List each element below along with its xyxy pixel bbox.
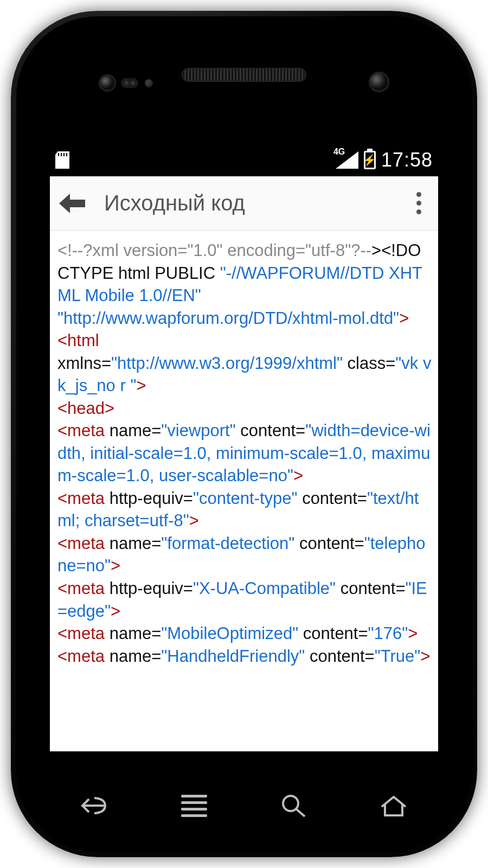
- clock: 17:58: [381, 149, 433, 171]
- code-text: >: [136, 376, 146, 395]
- sdcard-icon: [55, 151, 69, 169]
- code-text: "http://www.wapforum.org/DTD/xhtml-mol.d…: [57, 309, 399, 328]
- back-button[interactable]: [56, 188, 88, 219]
- code-text: content=: [294, 534, 364, 553]
- code-text: name=: [105, 647, 161, 666]
- screen: 4G ⚡ 17:58 Исходный код: [50, 144, 438, 751]
- code-text: "viewport": [161, 421, 235, 440]
- code-text: http-equiv=: [105, 489, 193, 508]
- code-text: >: [189, 511, 199, 530]
- nav-home-button[interactable]: [372, 789, 415, 822]
- code-text: name=: [105, 534, 161, 553]
- page-title: Исходный код: [104, 191, 245, 215]
- svg-marker-0: [59, 194, 85, 213]
- code-text: "HandheldFriendly": [161, 647, 305, 666]
- code-text: http-equiv=: [105, 579, 193, 598]
- svg-point-1: [283, 796, 298, 811]
- code-text: "content-type": [193, 489, 298, 508]
- code-text: >: [111, 602, 120, 621]
- code-text: content=: [305, 647, 374, 666]
- code-text: xmlns=: [57, 354, 111, 373]
- nav-menu-button[interactable]: [172, 789, 216, 822]
- code-text: content=: [236, 421, 305, 440]
- battery-charging-icon: ⚡: [364, 151, 376, 169]
- code-text: >: [399, 309, 409, 328]
- signal-icon: 4G: [336, 151, 358, 169]
- code-text: "176": [368, 624, 408, 643]
- code-text: <meta: [57, 624, 105, 643]
- code-text: <head>: [57, 399, 114, 418]
- code-text: class=: [343, 354, 395, 373]
- code-text: >: [408, 624, 418, 643]
- code-text: >: [293, 466, 303, 485]
- nav-search-button[interactable]: [272, 789, 316, 822]
- code-text: "True": [375, 647, 421, 666]
- sensor-cluster: [100, 76, 153, 90]
- code-text: <!--?xml version="1.0" encoding="utf-8"?…: [57, 241, 371, 260]
- hardware-nav: [16, 789, 472, 822]
- code-text: name=: [105, 421, 161, 440]
- code-text: name=: [105, 624, 161, 643]
- phone-frame: 4G ⚡ 17:58 Исходный код: [11, 11, 477, 857]
- code-text: "MobileOptimized": [161, 624, 298, 643]
- code-text: >: [420, 647, 430, 666]
- code-text: >: [111, 556, 120, 575]
- svg-line-2: [296, 809, 305, 816]
- code-text: content=: [298, 489, 367, 508]
- overflow-menu-button[interactable]: [406, 190, 432, 216]
- earpiece: [182, 68, 306, 82]
- source-code-view[interactable]: <!--?xml version="1.0" encoding="utf-8"?…: [50, 231, 438, 751]
- code-text: <meta: [57, 421, 105, 440]
- code-text: "format-detection": [161, 534, 294, 553]
- nav-back-button[interactable]: [73, 789, 116, 822]
- code-text: <html: [57, 331, 99, 350]
- status-bar: 4G ⚡ 17:58: [50, 144, 438, 176]
- front-camera: [370, 73, 388, 91]
- code-text: content=: [336, 579, 405, 598]
- app-bar: Исходный код: [50, 176, 438, 231]
- code-text: content=: [298, 624, 368, 643]
- code-text: "X-UA-Compatible": [193, 579, 336, 598]
- code-text: "http://www.w3.org/1999/xhtml": [111, 354, 343, 373]
- code-text: <meta: [57, 579, 105, 598]
- code-text: <meta: [57, 489, 105, 508]
- code-text: <meta: [57, 534, 105, 553]
- code-text: <meta: [57, 647, 105, 666]
